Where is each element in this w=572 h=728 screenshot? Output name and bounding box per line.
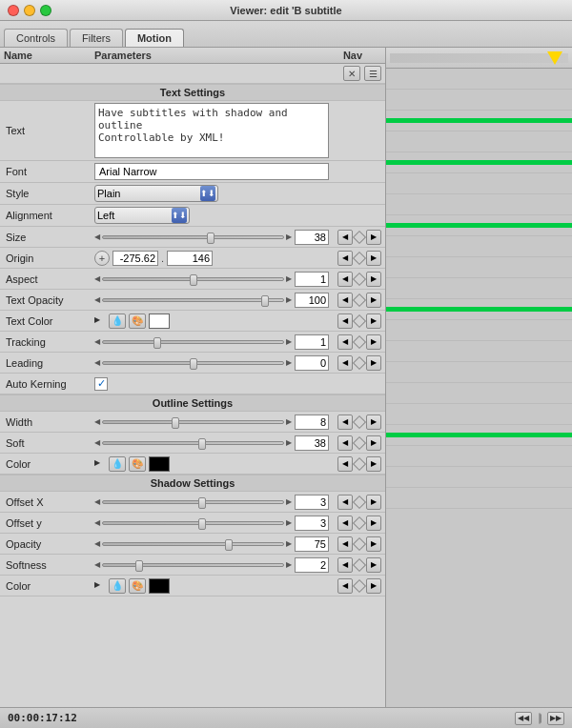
size-kf-prev[interactable]: ◀ bbox=[337, 230, 353, 245]
tracking-left-arrow[interactable]: ◀ bbox=[94, 337, 100, 346]
outline-soft-value[interactable]: 38 bbox=[295, 435, 329, 451]
tracking-kf-next[interactable]: ▶ bbox=[366, 334, 381, 350]
size-kf-diamond[interactable] bbox=[352, 230, 365, 243]
leading-value[interactable]: 0 bbox=[295, 355, 329, 371]
aspect-kf-diamond[interactable] bbox=[352, 272, 365, 285]
shadow-opacity-slider-thumb[interactable] bbox=[225, 539, 233, 551]
outline-color-wheel[interactable]: 🎨 bbox=[129, 456, 146, 472]
leading-kf-next[interactable]: ▶ bbox=[366, 355, 381, 371]
outline-soft-kf-prev[interactable]: ◀ bbox=[337, 435, 353, 451]
shadow-softness-kf-diamond[interactable] bbox=[352, 557, 365, 571]
text-opacity-slider-track[interactable] bbox=[102, 298, 284, 302]
text-color-swatch[interactable] bbox=[149, 313, 170, 329]
shadow-offset-x-value[interactable]: 3 bbox=[295, 495, 329, 510]
text-opacity-slider-thumb[interactable] bbox=[261, 295, 269, 307]
shadow-softness-left-arrow[interactable]: ◀ bbox=[94, 560, 100, 569]
aspect-right-arrow[interactable]: ▶ bbox=[286, 274, 292, 283]
font-input[interactable] bbox=[94, 163, 329, 180]
shadow-softness-kf-prev[interactable]: ◀ bbox=[337, 557, 353, 573]
outline-soft-slider-track[interactable] bbox=[102, 441, 284, 445]
shadow-opacity-value[interactable]: 75 bbox=[295, 536, 329, 552]
origin-kf-next[interactable]: ▶ bbox=[366, 251, 381, 266]
origin-x-value[interactable]: -275.62 bbox=[112, 251, 158, 266]
x-nav-icon[interactable]: ✕ bbox=[343, 66, 360, 81]
style-select[interactable]: Plain ⬆⬇ bbox=[94, 185, 218, 202]
auto-kerning-checkbox[interactable]: ✓ bbox=[94, 377, 108, 391]
transport-next[interactable]: ▶▶ bbox=[547, 712, 564, 725]
shadow-softness-kf-next[interactable]: ▶ bbox=[366, 557, 381, 573]
window-controls[interactable] bbox=[8, 5, 51, 16]
shadow-offset-x-left-arrow[interactable]: ◀ bbox=[94, 497, 100, 506]
tracking-value[interactable]: 1 bbox=[295, 334, 329, 350]
outline-color-play[interactable]: ▶ bbox=[94, 458, 106, 470]
shadow-offset-x-kf-prev[interactable]: ◀ bbox=[337, 495, 353, 510]
tab-motion[interactable]: Motion bbox=[125, 29, 184, 47]
maximize-button[interactable] bbox=[40, 5, 51, 16]
shadow-offset-y-kf-prev[interactable]: ◀ bbox=[337, 516, 353, 531]
shadow-offset-x-slider-thumb[interactable] bbox=[198, 497, 206, 509]
size-value[interactable]: 38 bbox=[295, 230, 329, 245]
shadow-offset-y-slider-thumb[interactable] bbox=[198, 518, 206, 530]
aspect-slider-thumb[interactable] bbox=[190, 274, 197, 286]
text-color-wheel[interactable]: 🎨 bbox=[129, 313, 146, 329]
text-opacity-kf-next[interactable]: ▶ bbox=[366, 293, 381, 308]
outline-width-right-arrow[interactable]: ▶ bbox=[286, 417, 292, 426]
menu-nav-icon[interactable]: ☰ bbox=[364, 66, 381, 81]
outline-width-left-arrow[interactable]: ◀ bbox=[94, 417, 100, 426]
origin-y-value[interactable]: 146 bbox=[167, 251, 213, 266]
origin-plus-btn[interactable]: + bbox=[94, 251, 110, 266]
tracking-kf-prev[interactable]: ◀ bbox=[337, 334, 353, 350]
outline-width-kf-next[interactable]: ▶ bbox=[366, 415, 381, 430]
shadow-opacity-kf-prev[interactable]: ◀ bbox=[337, 536, 353, 552]
shadow-softness-value[interactable]: 2 bbox=[295, 557, 329, 573]
text-opacity-kf-diamond[interactable] bbox=[352, 293, 365, 306]
tab-filters[interactable]: Filters bbox=[70, 29, 123, 47]
text-color-play[interactable]: ▶ bbox=[94, 315, 106, 327]
origin-kf-diamond[interactable] bbox=[352, 251, 365, 264]
shadow-offset-y-kf-next[interactable]: ▶ bbox=[366, 516, 381, 531]
leading-kf-prev[interactable]: ◀ bbox=[337, 355, 353, 371]
shadow-offset-y-value[interactable]: 3 bbox=[295, 516, 329, 531]
shadow-color-kf-prev[interactable]: ◀ bbox=[337, 578, 353, 594]
shadow-offset-x-kf-diamond[interactable] bbox=[352, 495, 365, 508]
text-color-eyedropper[interactable]: 💧 bbox=[109, 313, 126, 329]
shadow-color-kf-next[interactable]: ▶ bbox=[366, 578, 381, 594]
shadow-softness-slider-track[interactable] bbox=[102, 563, 284, 567]
shadow-opacity-kf-diamond[interactable] bbox=[352, 536, 365, 550]
shadow-offset-y-kf-diamond[interactable] bbox=[352, 516, 365, 529]
leading-right-arrow[interactable]: ▶ bbox=[286, 358, 292, 367]
text-opacity-value[interactable]: 100 bbox=[295, 293, 329, 308]
origin-kf-prev[interactable]: ◀ bbox=[337, 251, 353, 266]
shadow-color-kf-diamond[interactable] bbox=[352, 578, 365, 592]
shadow-softness-right-arrow[interactable]: ▶ bbox=[286, 560, 292, 569]
tab-controls[interactable]: Controls bbox=[4, 29, 68, 47]
alignment-select[interactable]: Left ⬆⬇ bbox=[94, 207, 190, 224]
shadow-offset-y-slider-track[interactable] bbox=[102, 521, 284, 525]
tracking-slider-track[interactable] bbox=[102, 340, 284, 344]
aspect-slider-track[interactable] bbox=[102, 277, 284, 281]
shadow-color-swatch[interactable] bbox=[149, 578, 170, 594]
leading-left-arrow[interactable]: ◀ bbox=[94, 358, 100, 367]
shadow-opacity-right-arrow[interactable]: ▶ bbox=[286, 539, 292, 548]
text-opacity-kf-prev[interactable]: ◀ bbox=[337, 293, 353, 308]
shadow-color-play[interactable]: ▶ bbox=[94, 580, 106, 592]
outline-width-slider-thumb[interactable] bbox=[172, 417, 179, 429]
outline-width-kf-prev[interactable]: ◀ bbox=[337, 415, 353, 430]
minimize-button[interactable] bbox=[24, 5, 35, 16]
text-textarea[interactable]: Have subtitles with shadow and outline C… bbox=[94, 103, 329, 158]
aspect-kf-next[interactable]: ▶ bbox=[366, 272, 381, 287]
tracking-kf-diamond[interactable] bbox=[352, 334, 365, 348]
size-slider-thumb[interactable] bbox=[207, 233, 214, 244]
timeline-playhead[interactable] bbox=[547, 51, 562, 65]
outline-color-eyedropper[interactable]: 💧 bbox=[109, 456, 126, 472]
aspect-kf-prev[interactable]: ◀ bbox=[337, 272, 353, 287]
timeline-scrollbar[interactable] bbox=[539, 713, 541, 724]
leading-slider-track[interactable] bbox=[102, 361, 284, 365]
outline-color-kf-prev[interactable]: ◀ bbox=[337, 456, 353, 472]
shadow-opacity-left-arrow[interactable]: ◀ bbox=[94, 539, 100, 548]
shadow-offset-y-right-arrow[interactable]: ▶ bbox=[286, 518, 292, 527]
outline-color-kf-diamond[interactable] bbox=[352, 456, 365, 470]
outline-width-kf-diamond[interactable] bbox=[352, 415, 365, 428]
size-slider-track[interactable] bbox=[102, 235, 284, 239]
text-color-kf-diamond[interactable] bbox=[352, 313, 365, 327]
